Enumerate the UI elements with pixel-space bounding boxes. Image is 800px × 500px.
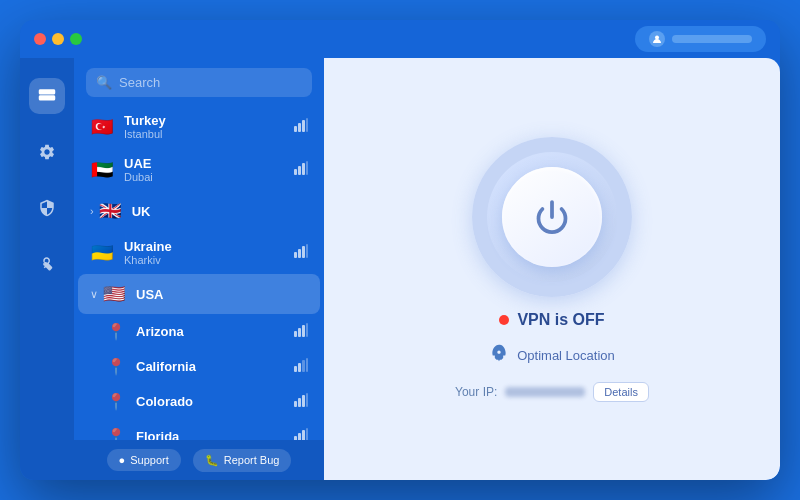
user-badge[interactable] <box>635 26 766 52</box>
list-item[interactable]: 📍 California <box>78 349 320 384</box>
ip-label: Your IP: <box>455 385 497 399</box>
title-bar <box>20 20 780 58</box>
report-bug-button[interactable]: 🐛 Report Bug <box>193 449 292 472</box>
search-icon: 🔍 <box>96 75 112 90</box>
colorado-info: Colorado <box>136 394 294 409</box>
main-panel: VPN is OFF Optimal Location Your IP: Det… <box>324 58 780 480</box>
signal-icon <box>294 358 308 375</box>
turkey-flag: 🇹🇷 <box>90 115 114 139</box>
turkey-info: Turkey Istanbul <box>124 113 294 140</box>
power-icon <box>534 199 570 235</box>
close-button[interactable] <box>34 33 46 45</box>
colorado-name: Colorado <box>136 394 294 409</box>
pin-icon: 📍 <box>106 322 126 341</box>
search-bar: 🔍 <box>86 68 312 97</box>
search-input[interactable] <box>119 75 302 90</box>
ukraine-info: Ukraine Kharkiv <box>124 239 294 266</box>
optimal-location[interactable]: Optimal Location <box>489 343 615 368</box>
pin-icon: 📍 <box>106 392 126 411</box>
svg-rect-10 <box>298 249 301 258</box>
list-item[interactable]: 🇦🇪 UAE Dubai <box>78 148 320 191</box>
list-item[interactable]: 🇺🇦 Ukraine Kharkiv <box>78 231 320 274</box>
sidebar-item-security[interactable] <box>29 190 65 226</box>
svg-point-0 <box>655 36 659 40</box>
ip-address <box>505 387 585 397</box>
sidebar <box>20 58 74 480</box>
user-name <box>672 35 752 43</box>
svg-rect-19 <box>302 360 305 372</box>
svg-rect-16 <box>306 323 308 337</box>
ukraine-flag: 🇺🇦 <box>90 241 114 265</box>
uae-flag: 🇦🇪 <box>90 158 114 182</box>
uk-name: UK <box>132 204 308 219</box>
svg-rect-7 <box>302 163 305 175</box>
svg-rect-1 <box>294 126 297 132</box>
list-item[interactable]: ∨ 🇺🇸 USA <box>78 274 320 314</box>
sidebar-item-settings[interactable] <box>29 134 65 170</box>
uae-city: Dubai <box>124 171 294 183</box>
uk-info: UK <box>132 204 308 219</box>
uae-info: UAE Dubai <box>124 156 294 183</box>
california-name: California <box>136 359 294 374</box>
status-dot <box>499 315 509 325</box>
power-button[interactable] <box>502 167 602 267</box>
arizona-name: Arizona <box>136 324 294 339</box>
power-ring-inner <box>487 152 617 282</box>
window-controls <box>34 33 82 45</box>
svg-rect-4 <box>306 118 308 132</box>
svg-rect-3 <box>302 120 305 132</box>
support-label: Support <box>130 454 169 466</box>
svg-rect-6 <box>298 166 301 175</box>
vpn-status: VPN is OFF <box>499 311 604 329</box>
bug-icon: 🐛 <box>205 454 219 467</box>
maximize-button[interactable] <box>70 33 82 45</box>
usa-name: USA <box>136 287 308 302</box>
svg-rect-12 <box>306 244 308 258</box>
list-item[interactable]: 📍 Arizona <box>78 314 320 349</box>
vpn-status-text: VPN is OFF <box>517 311 604 329</box>
support-icon: ● <box>119 454 126 466</box>
svg-rect-20 <box>306 358 308 372</box>
svg-rect-11 <box>302 246 305 258</box>
signal-icon <box>294 118 308 135</box>
rocket-icon <box>489 343 509 368</box>
svg-rect-18 <box>298 363 301 372</box>
uk-flag: 🇬🇧 <box>98 199 122 223</box>
ip-row: Your IP: Details <box>455 382 649 402</box>
svg-rect-13 <box>294 331 297 337</box>
svg-rect-8 <box>306 161 308 175</box>
svg-rect-21 <box>294 401 297 407</box>
svg-rect-15 <box>302 325 305 337</box>
ukraine-city: Kharkiv <box>124 254 294 266</box>
list-item[interactable]: › 🇬🇧 UK <box>78 191 320 231</box>
svg-rect-22 <box>298 398 301 407</box>
svg-rect-17 <box>294 366 297 372</box>
svg-rect-5 <box>294 169 297 175</box>
signal-icon <box>294 393 308 410</box>
svg-rect-14 <box>298 328 301 337</box>
minimize-button[interactable] <box>52 33 64 45</box>
california-info: California <box>136 359 294 374</box>
arizona-info: Arizona <box>136 324 294 339</box>
signal-icon <box>294 244 308 261</box>
ukraine-name: Ukraine <box>124 239 294 254</box>
uae-name: UAE <box>124 156 294 171</box>
power-ring-outer <box>472 137 632 297</box>
bottom-bar: ● Support 🐛 Report Bug <box>74 440 324 480</box>
sidebar-item-servers[interactable] <box>29 78 65 114</box>
expand-uk-icon: › <box>90 205 94 217</box>
title-bar-right <box>635 26 766 52</box>
list-item[interactable]: 📍 Colorado <box>78 384 320 419</box>
expand-usa-icon: ∨ <box>90 288 98 301</box>
support-button[interactable]: ● Support <box>107 449 181 471</box>
details-button[interactable]: Details <box>593 382 649 402</box>
app-window: 🔍 🇹🇷 Turkey Istanbul 🇦🇪 <box>20 20 780 480</box>
usa-info: USA <box>136 287 308 302</box>
sidebar-item-adblocker[interactable] <box>29 246 65 282</box>
svg-rect-2 <box>298 123 301 132</box>
signal-icon <box>294 323 308 340</box>
signal-icon <box>294 161 308 178</box>
turkey-name: Turkey <box>124 113 294 128</box>
list-item[interactable]: 🇹🇷 Turkey Istanbul <box>78 105 320 148</box>
optimal-location-text: Optimal Location <box>517 348 615 363</box>
